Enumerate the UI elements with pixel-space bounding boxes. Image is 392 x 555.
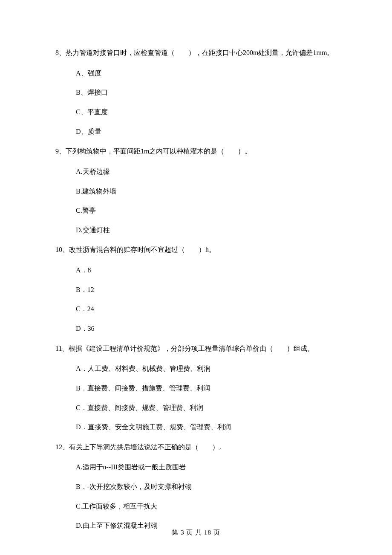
options-list: A．人工费、材料费、机械费、管理费、利润 B．直接费、间接费、措施费、管理费、利… [55, 363, 337, 432]
content-area: 8、热力管道对接管口时，应检查管道（ ），在距接口中心200m处测量，允许偏差1… [55, 47, 337, 531]
question-number: 10、 [55, 246, 69, 253]
question-text: 8、热力管道对接管口时，应检查管道（ ），在距接口中心200m处测量，允许偏差1… [55, 47, 337, 59]
question-text: 10、改性沥青混合料的贮存时间不宜超过（ ）h。 [55, 244, 337, 256]
question-stem: 下列构筑物中，平面间距1m之内可以种植灌木的是（ ）。 [66, 147, 251, 155]
question-11: 11、根据《建设工程清单计价规范》，分部分项工程量清单综合单价由（ ）组成。 A… [55, 343, 337, 433]
question-text: 11、根据《建设工程清单计价规范》，分部分项工程量清单综合单价由（ ）组成。 [55, 343, 337, 355]
option-d: D．直接费、安全文明施工费、规费、管理费、利润 [76, 422, 337, 433]
option-a: A．8 [76, 265, 337, 276]
options-list: A、强度 B、焊接口 C、平直度 D、质量 [55, 68, 337, 137]
question-10: 10、改性沥青混合料的贮存时间不宜超过（ ）h。 A．8 B．12 C．24 D… [55, 244, 337, 334]
option-c: C．24 [76, 304, 337, 315]
question-stem: 改性沥青混合料的贮存时间不宜超过（ ）h。 [69, 246, 216, 253]
question-number: 9、 [55, 147, 66, 155]
question-text: 9、下列构筑物中，平面间距1m之内可以种植灌木的是（ ）。 [55, 145, 337, 158]
option-d: D.交通灯柱 [76, 225, 337, 236]
option-c: C.工作面较多，相互干扰大 [76, 501, 337, 512]
option-b: B、焊接口 [76, 87, 337, 98]
option-b: B．-次开挖次数较小，及时支撑和衬砌 [76, 481, 337, 492]
question-8: 8、热力管道对接管口时，应检查管道（ ），在距接口中心200m处测量，允许偏差1… [55, 47, 337, 137]
option-d: D．36 [76, 323, 337, 334]
option-b: B．12 [76, 284, 337, 295]
question-stem: 根据《建设工程清单计价规范》，分部分项工程量清单综合单价由（ ）组成。 [69, 345, 314, 352]
question-text: 12、有关上下导洞先拱后墙法说法不正确的是（ ）。 [55, 441, 337, 454]
options-list: A.天桥边缘 B.建筑物外墙 C.警亭 D.交通灯柱 [55, 166, 337, 235]
option-b: B.建筑物外墙 [76, 186, 337, 197]
options-list: A.适用于n--III类围岩或一般土质围岩 B．-次开挖次数较小，及时支撑和衬砌… [55, 462, 337, 531]
question-number: 12、 [55, 443, 69, 451]
options-list: A．8 B．12 C．24 D．36 [55, 265, 337, 334]
option-a: A、强度 [76, 68, 337, 79]
option-a: A.适用于n--III类围岩或一般土质围岩 [76, 462, 337, 473]
option-c: C．直接费、间接费、规费、管理费、利润 [76, 402, 337, 413]
question-stem: 有关上下导洞先拱后墙法说法不正确的是（ ）。 [69, 443, 226, 451]
option-a: A．人工费、材料费、机械费、管理费、利润 [76, 363, 337, 374]
question-stem: 热力管道对接管口时，应检查管道（ ），在距接口中心200m处测量，允许偏差1mm… [66, 49, 334, 56]
question-9: 9、下列构筑物中，平面间距1m之内可以种植灌木的是（ ）。 A.天桥边缘 B.建… [55, 145, 337, 235]
question-number: 11、 [55, 345, 69, 352]
option-c: C.警亭 [76, 205, 337, 216]
option-d: D、质量 [76, 126, 337, 137]
question-number: 8、 [55, 49, 66, 56]
page-footer: 第 3 页 共 18 页 [0, 528, 392, 538]
question-12: 12、有关上下导洞先拱后墙法说法不正确的是（ ）。 A.适用于n--III类围岩… [55, 441, 337, 531]
option-b: B．直接费、间接费、措施费、管理费、利润 [76, 383, 337, 394]
option-a: A.天桥边缘 [76, 166, 337, 177]
option-c: C、平直度 [76, 107, 337, 118]
